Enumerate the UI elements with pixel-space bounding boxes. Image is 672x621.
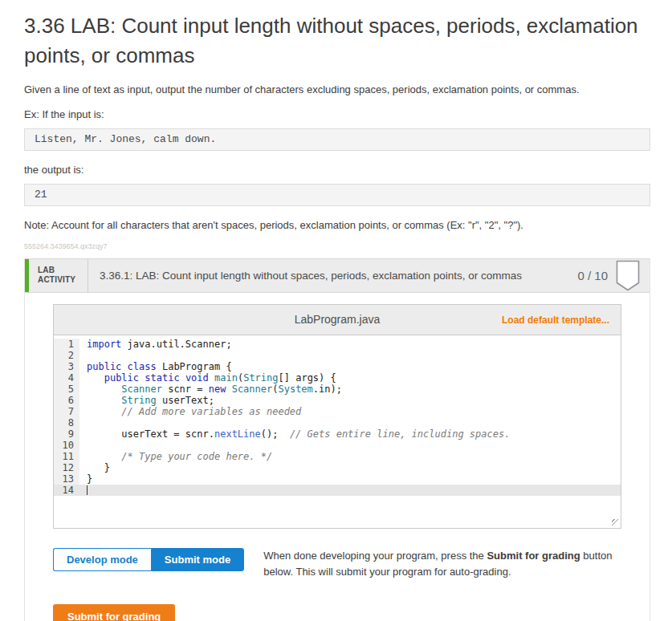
- line-number: 4: [54, 372, 79, 384]
- line-number: 13: [54, 473, 79, 485]
- code-line-content: Scanner scnr = new Scanner(System.in);: [79, 384, 342, 395]
- code-line[interactable]: 13}: [54, 473, 621, 485]
- text-cursor: [87, 485, 88, 495]
- header-divider: [88, 259, 88, 292]
- line-number: 12: [54, 462, 79, 473]
- activity-accent-bar: [25, 259, 29, 292]
- code-line[interactable]: 4 public static void main(String[] args)…: [54, 372, 621, 384]
- code-line-content: String userText;: [79, 395, 214, 406]
- activity-score: 0 / 10: [577, 269, 608, 282]
- shield-icon: [616, 260, 640, 291]
- code-line-content: [79, 350, 87, 361]
- code-line-content: public class LabProgram {: [79, 361, 232, 372]
- badge-line2: ACTIVITY: [38, 275, 83, 286]
- code-editor: LabProgram.java Load default template...…: [53, 304, 621, 529]
- code-line-content: [79, 440, 87, 451]
- line-number: 9: [54, 428, 79, 440]
- line-number: 6: [54, 395, 79, 406]
- code-line[interactable]: 14: [54, 485, 621, 496]
- line-number: 1: [54, 339, 79, 350]
- page-title: 3.36 LAB: Count input length without spa…: [24, 11, 650, 71]
- example-output-block: 21: [24, 184, 650, 206]
- line-number: 7: [54, 406, 79, 417]
- resource-id: 555264.3439654.qx3zqy7: [24, 242, 650, 250]
- code-line[interactable]: 1import java.util.Scanner;: [54, 339, 621, 350]
- note-text: Note: Account for all characters that ar…: [24, 219, 650, 231]
- code-line[interactable]: 2: [54, 350, 621, 361]
- code-line-content: /* Type your code here. */: [79, 451, 272, 462]
- code-area[interactable]: 1import java.util.Scanner;23public class…: [54, 335, 621, 528]
- example-input-block: Listen, Mr. Jones, calm down.: [24, 128, 650, 151]
- code-line[interactable]: 12 }: [54, 462, 621, 473]
- description-text: Given a line of text as input, output th…: [24, 83, 650, 95]
- mode-row: Develop mode Submit mode When done devel…: [53, 548, 621, 580]
- develop-mode-button[interactable]: Develop mode: [53, 548, 151, 571]
- score-area: 0 / 10: [577, 260, 650, 291]
- code-line[interactable]: 5 Scanner scnr = new Scanner(System.in);: [54, 384, 621, 395]
- example-input-label: Ex: If the input is:: [24, 108, 650, 120]
- lab-activity-card: LAB ACTIVITY 3.36.1: LAB: Count input le…: [24, 258, 650, 621]
- code-line[interactable]: 11 /* Type your code here. */: [54, 451, 621, 462]
- code-line[interactable]: 8: [54, 417, 621, 428]
- lab-activity-badge: LAB ACTIVITY: [25, 266, 83, 286]
- activity-header: LAB ACTIVITY 3.36.1: LAB: Count input le…: [25, 258, 650, 293]
- code-line[interactable]: 3public class LabProgram {: [54, 361, 621, 372]
- code-line-content: }: [79, 462, 110, 473]
- code-line-content: }: [79, 473, 92, 485]
- line-number: 10: [54, 440, 79, 451]
- resize-handle-icon[interactable]: [612, 519, 619, 526]
- code-line[interactable]: 6 String userText;: [54, 395, 621, 406]
- submit-for-grading-button[interactable]: Submit for grading: [53, 604, 175, 621]
- line-number: 14: [54, 485, 79, 496]
- code-line-content: [79, 485, 88, 496]
- load-default-template-link[interactable]: Load default template...: [502, 315, 609, 326]
- code-line[interactable]: 9 userText = scnr.nextLine(); // Gets en…: [54, 428, 621, 440]
- lab-page: 3.36 LAB: Count input length without spa…: [0, 0, 672, 621]
- line-number: 5: [54, 384, 79, 395]
- line-number: 3: [54, 361, 79, 372]
- code-line-content: [79, 417, 87, 428]
- code-line-content: userText = scnr.nextLine(); // Gets enti…: [79, 428, 510, 440]
- code-line-content: public static void main(String[] args) {: [79, 372, 336, 384]
- submit-mode-button[interactable]: Submit mode: [151, 548, 244, 571]
- code-line-content: import java.util.Scanner;: [79, 339, 232, 350]
- code-line-content: // Add more variables as needed: [79, 406, 301, 417]
- editor-filename: LabProgram.java: [295, 313, 381, 326]
- code-line[interactable]: 7 // Add more variables as needed: [54, 406, 621, 417]
- editor-header: LabProgram.java Load default template...: [54, 305, 621, 335]
- example-output-label: the output is:: [24, 164, 650, 176]
- line-number: 11: [54, 451, 79, 462]
- badge-line1: LAB: [38, 266, 83, 276]
- line-number: 2: [54, 350, 79, 361]
- mode-toggle: Develop mode Submit mode: [53, 548, 244, 580]
- code-line[interactable]: 10: [54, 440, 621, 451]
- submit-instruction-text: When done developing your program, press…: [263, 548, 621, 580]
- activity-body: LabProgram.java Load default template...…: [25, 293, 650, 621]
- activity-title: 3.36.1: LAB: Count input length without …: [100, 270, 522, 282]
- line-number: 8: [54, 417, 79, 428]
